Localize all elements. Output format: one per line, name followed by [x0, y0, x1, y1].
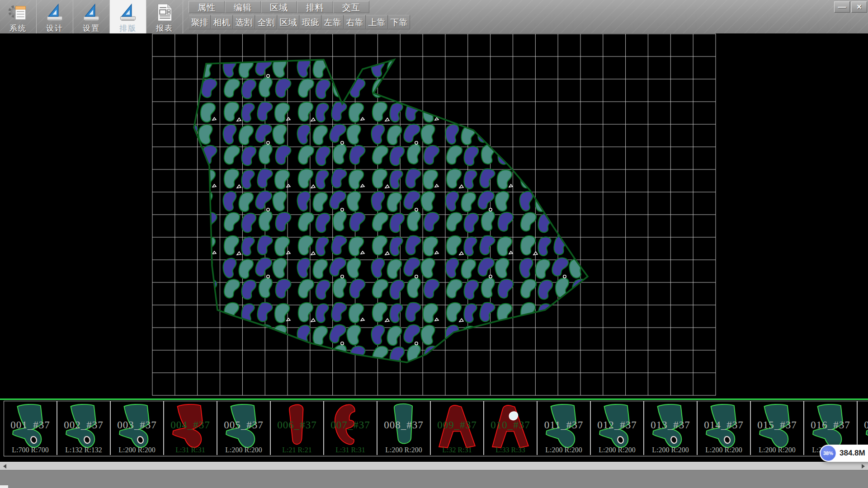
piece-shape	[594, 402, 640, 454]
menu-tab[interactable]: 排料	[297, 1, 333, 13]
piece-shape	[221, 402, 266, 454]
menu-area: 属性编辑区域排料交互 聚排相机选割全割区域瑕疵左靠右靠上靠下靠	[189, 0, 410, 29]
ruler-icon	[81, 3, 102, 22]
design-button[interactable]: 设计	[37, 0, 73, 33]
scroll-right-arrow-icon[interactable]	[862, 464, 865, 469]
piece-shape	[381, 402, 426, 454]
piece-shape	[114, 402, 160, 454]
piece-thumbnail-strip: 001_#37 L:700 R:700 002_#37 L:132 R:132 …	[0, 399, 868, 455]
horizontal-scrollbar[interactable]	[0, 462, 868, 470]
thumbnail-cell[interactable]: 007_#37 L:31 R:31	[324, 401, 377, 455]
minimize-icon: —	[838, 2, 846, 12]
thumbnail-cell[interactable]: 010_#37 L:33 R:33	[484, 401, 538, 455]
action-button[interactable]: 右靠	[344, 15, 366, 29]
design-button-label: 设计	[46, 23, 63, 33]
action-button[interactable]: 下靠	[388, 15, 410, 29]
settings-button[interactable]: 设置	[73, 0, 110, 33]
gear-icon	[8, 3, 28, 22]
piece-shape	[8, 402, 53, 454]
scroll-left-arrow-icon[interactable]	[3, 464, 6, 469]
menu-tab[interactable]: 属性	[189, 1, 225, 13]
action-button[interactable]: 相机	[211, 15, 233, 29]
thumbnail-cell[interactable]: 004_#37 L:31 R:31	[164, 401, 217, 455]
action-button[interactable]: 左靠	[321, 15, 344, 29]
piece-shape	[434, 402, 480, 454]
action-button[interactable]: 瑕疵	[299, 15, 321, 29]
thumbnail-cell[interactable]: 009_#37 L:32 R:31	[431, 401, 484, 455]
piece-shape	[274, 402, 320, 454]
thumbnail-cell[interactable]: 012_#37 L:200 R:200	[591, 401, 644, 455]
ruler-icon	[44, 3, 65, 22]
thumbnail-cell[interactable]: 003_#37 L:200 R:200	[111, 401, 164, 455]
report-button[interactable]: 报表	[146, 0, 183, 33]
piece-shape	[328, 402, 373, 454]
thumbnail-cell[interactable]: 015_#37 L:200 R:200	[751, 401, 804, 455]
report-button-label: 报表	[156, 23, 173, 33]
thumbnail-cell[interactable]: 005_#37 L:200 R:200	[217, 401, 271, 455]
status-chip	[0, 485, 8, 488]
piece-shape	[648, 402, 693, 454]
menu-tab[interactable]: 交互	[333, 1, 369, 13]
progress-circle-icon: 38%	[821, 446, 836, 461]
nesting-canvas[interactable]	[0, 33, 868, 399]
minimize-button[interactable]: —	[834, 1, 850, 13]
close-icon: ×	[857, 2, 862, 12]
action-button[interactable]: 区域	[277, 15, 299, 29]
action-button[interactable]: 全割	[255, 15, 277, 29]
main-button-bar: 系统 设计 设置	[0, 0, 183, 33]
thumbnail-cell[interactable]: 006_#37 L:21 R:21	[271, 401, 324, 455]
action-button[interactable]: 上靠	[366, 15, 388, 29]
thumbnail-cell[interactable]: 002_#37 L:132 R:132	[57, 401, 111, 455]
menu-tab[interactable]: 区域	[261, 1, 297, 13]
action-button-row: 聚排相机选割全割区域瑕疵左靠右靠上靠下靠	[189, 15, 410, 29]
thumbnail-strip-cells: 001_#37 L:700 R:700 002_#37 L:132 R:132 …	[4, 401, 868, 456]
piece-shape	[755, 402, 800, 454]
action-button[interactable]: 选割	[233, 15, 255, 29]
window-controls: — ×	[834, 1, 867, 13]
menu-tab[interactable]: 编辑	[225, 1, 261, 13]
nesting-button-label: 排版	[119, 23, 137, 33]
leather-hide[interactable]	[194, 60, 588, 362]
canvas-svg	[0, 33, 868, 399]
memory-percent: 38%	[823, 450, 833, 456]
settings-button-label: 设置	[83, 23, 100, 33]
menu-tab-row: 属性编辑区域排料交互	[189, 1, 410, 13]
piece-shape	[61, 402, 106, 454]
toolbar: 系统 设计 设置	[0, 0, 868, 33]
close-button[interactable]: ×	[851, 1, 867, 13]
status-bar	[0, 470, 868, 488]
thumbnail-cell[interactable]: 008_#37 L:200 R:200	[377, 401, 431, 455]
piece-shape	[488, 402, 533, 454]
memory-size: 384.8M	[840, 445, 865, 462]
system-button-label: 系统	[9, 23, 27, 33]
thumbnail-cell[interactable]: 014_#37 L:200 R:200	[698, 401, 751, 455]
action-button[interactable]: 聚排	[189, 15, 211, 29]
piece-shape	[701, 402, 746, 454]
report-icon	[154, 3, 175, 22]
thumbnail-cell[interactable]: 001_#37 L:700 R:700	[4, 401, 57, 455]
thumbnail-cell[interactable]: 011_#37 L:200 R:200	[538, 401, 591, 455]
piece-shape	[541, 402, 586, 454]
nesting-button[interactable]: 排版	[110, 0, 146, 33]
system-button[interactable]: 系统	[0, 0, 37, 33]
memory-badge[interactable]: 38% 384.8M	[820, 445, 868, 462]
ruler-icon	[118, 3, 138, 22]
piece-shape	[168, 402, 213, 454]
thumbnail-cell[interactable]: 013_#37 L:200 R:200	[644, 401, 698, 455]
